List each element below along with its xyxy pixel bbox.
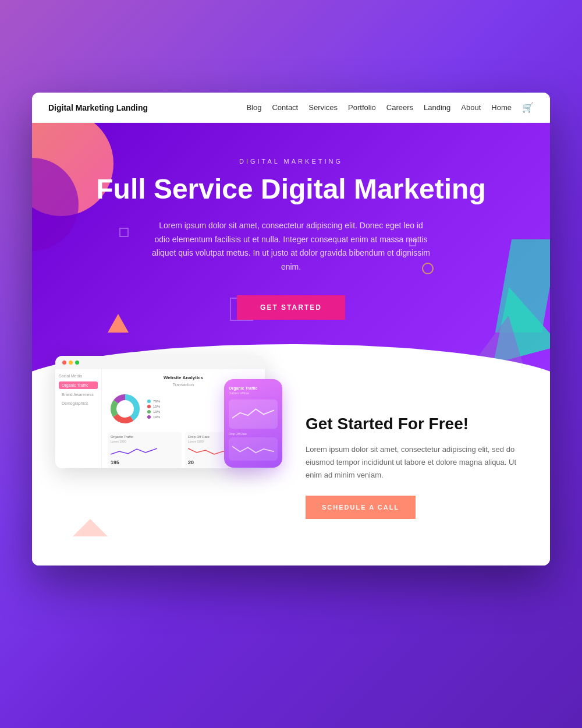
donut-chart: [108, 391, 143, 426]
hero-section: DIGITAL MARKETING Full Service Digital M…: [32, 123, 550, 391]
navbar: Digital Marketing Landing Blog Contact S…: [32, 93, 550, 123]
laptop-header: [55, 356, 265, 369]
nav-services[interactable]: Services: [308, 103, 338, 112]
sidebar-label: Social Media: [59, 374, 98, 378]
nav-home[interactable]: Home: [491, 103, 512, 112]
devices-container: Social Media Organic Traffic Brand Aware…: [55, 402, 288, 542]
right-title: Get Started For Free!: [306, 414, 527, 434]
bottom-section: Social Media Organic Traffic Brand Aware…: [32, 391, 550, 566]
donut-legend: 79% 15% 19%: [147, 400, 160, 419]
dot-green: [75, 361, 79, 365]
svg-point-5: [119, 403, 131, 415]
phone-title: Organic Traffic: [229, 386, 278, 390]
laptop-sidebar: Social Media Organic Traffic Brand Aware…: [55, 369, 102, 468]
phone-wave-label: Drop Off Rate: [229, 432, 278, 436]
hero-title: Full Service Digital Marketing: [87, 174, 495, 205]
hero-subtitle: DIGITAL MARKETING: [55, 158, 527, 165]
sidebar-active-item: Organic Traffic: [59, 381, 98, 389]
brand-logo: Digital Marketing Landing: [48, 103, 148, 112]
legend-1: 79%: [147, 400, 160, 403]
card1-title: Organic Traffic: [111, 435, 179, 439]
right-description: Lorem ipsum dolor sit amet, consectetur …: [306, 443, 527, 482]
sidebar-item-1: Brand Awareness: [59, 391, 98, 398]
get-started-button[interactable]: GET STARTED: [237, 295, 345, 320]
browser-window: Digital Marketing Landing Blog Contact S…: [32, 93, 550, 566]
phone-wave-1: [229, 400, 278, 429]
schedule-call-button[interactable]: SCHEDULE A CALL: [306, 496, 416, 519]
dot-yellow: [69, 361, 73, 365]
phone-wave-2: [229, 437, 278, 461]
bottom-deco-salmon: [73, 519, 108, 536]
nav-landing[interactable]: Landing: [424, 103, 450, 112]
hero-square-1: [119, 228, 129, 237]
mini-wave-1: [111, 446, 157, 457]
nav-about[interactable]: About: [461, 103, 481, 112]
sidebar-item-2: Demographics: [59, 400, 98, 407]
legend-4: 19%: [147, 415, 160, 419]
legend-2: 15%: [147, 405, 160, 408]
card1-value: 195: [111, 460, 179, 465]
dot-red: [62, 361, 66, 365]
nav-links: Blog Contact Services Portfolio Careers …: [246, 102, 534, 113]
hero-description: Lorem ipsum dolor sit amet, consectetur …: [151, 219, 431, 274]
phone-subtitle: Dalton offline: [229, 391, 278, 395]
legend-3: 19%: [147, 410, 160, 414]
mini-card-1: Organic Traffic Lorem 1990 195: [108, 432, 182, 468]
nav-portfolio[interactable]: Portfolio: [348, 103, 376, 112]
nav-contact[interactable]: Contact: [272, 103, 298, 112]
cart-icon[interactable]: 🛒: [522, 102, 534, 113]
hero-triangle-decoration: [108, 314, 129, 333]
phone-mockup: Organic Traffic Dalton offline Drop Off …: [224, 379, 282, 468]
nav-careers[interactable]: Careers: [386, 103, 413, 112]
right-content: Get Started For Free! Lorem ipsum dolor …: [306, 402, 527, 519]
nav-blog[interactable]: Blog: [246, 103, 261, 112]
